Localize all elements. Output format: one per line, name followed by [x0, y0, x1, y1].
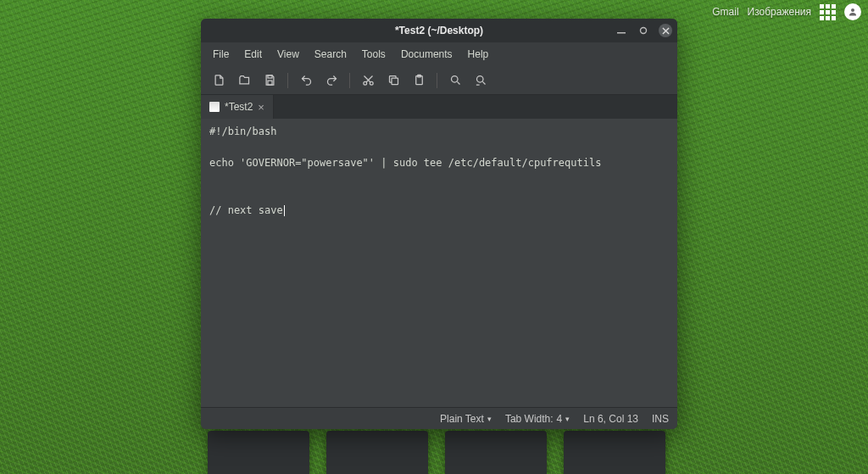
toolbar-separator	[287, 73, 288, 88]
cursor-position: Ln 6, Col 13	[583, 413, 638, 425]
dock-item[interactable]	[445, 431, 547, 474]
apps-grid-icon[interactable]	[820, 4, 836, 20]
svg-point-0	[851, 8, 854, 12]
dock-item[interactable]	[564, 431, 665, 474]
svg-rect-7	[392, 78, 398, 85]
tabwidth-selector[interactable]: Tab Width: 4 ▾	[505, 413, 570, 425]
toolbar-separator	[349, 73, 350, 88]
editor-window: *Test2 (~/Desktop) File Edit View Search…	[201, 19, 677, 429]
menubar: File Edit View Search Tools Documents He…	[201, 42, 677, 66]
minimize-button[interactable]	[615, 24, 628, 37]
dock	[208, 431, 665, 474]
open-file-button[interactable]	[233, 70, 255, 92]
svg-rect-1	[617, 32, 626, 34]
copy-button[interactable]	[382, 70, 404, 92]
titlebar[interactable]: *Test2 (~/Desktop)	[201, 19, 677, 42]
svg-point-10	[451, 76, 458, 83]
editor-content: #!/bin/bash echo 'GOVERNOR="powersave"' …	[209, 125, 601, 216]
svg-rect-3	[268, 75, 272, 78]
svg-point-2	[641, 28, 647, 34]
toolbar	[201, 66, 677, 95]
language-label: Plain Text	[440, 413, 484, 425]
svg-rect-4	[268, 81, 272, 85]
tab-close-icon[interactable]: ×	[258, 101, 264, 114]
find-button[interactable]	[444, 70, 466, 92]
insert-mode[interactable]: INS	[652, 413, 669, 425]
tabbar: *Test2 ×	[201, 95, 677, 119]
dock-item[interactable]	[208, 431, 309, 474]
tabwidth-value: 4	[557, 413, 563, 425]
find-replace-button[interactable]	[470, 70, 492, 92]
dock-item[interactable]	[326, 431, 428, 474]
language-selector[interactable]: Plain Text ▾	[440, 413, 492, 425]
menu-edit[interactable]: Edit	[237, 45, 269, 64]
save-button[interactable]	[259, 70, 281, 92]
menu-view[interactable]: View	[270, 45, 306, 64]
editor-area[interactable]: #!/bin/bash echo 'GOVERNOR="powersave"' …	[201, 119, 677, 407]
menu-search[interactable]: Search	[308, 45, 353, 64]
tab-label: *Test2	[225, 101, 253, 113]
menu-help[interactable]: Help	[461, 45, 496, 64]
desktop-topbar: Gmail Изображения	[712, 3, 861, 20]
document-tab[interactable]: *Test2 ×	[201, 95, 274, 119]
statusbar: Plain Text ▾ Tab Width: 4 ▾ Ln 6, Col 13…	[201, 407, 677, 429]
paste-button[interactable]	[408, 70, 430, 92]
insert-mode-label: INS	[652, 413, 669, 425]
text-cursor	[284, 205, 285, 216]
svg-point-11	[476, 76, 483, 83]
avatar[interactable]	[844, 3, 861, 20]
undo-button[interactable]	[295, 70, 317, 92]
window-controls	[615, 19, 672, 42]
toolbar-separator	[437, 73, 437, 88]
images-link[interactable]: Изображения	[748, 6, 811, 18]
window-title: *Test2 (~/Desktop)	[395, 25, 483, 36]
chevron-down-icon: ▾	[487, 415, 492, 423]
maximize-button[interactable]	[637, 24, 650, 37]
redo-button[interactable]	[320, 70, 342, 92]
menu-documents[interactable]: Documents	[394, 45, 459, 64]
new-file-button[interactable]	[208, 70, 230, 92]
tabwidth-label: Tab Width:	[505, 413, 554, 425]
menu-file[interactable]: File	[206, 45, 236, 64]
chevron-down-icon: ▾	[565, 415, 570, 423]
cut-button[interactable]	[357, 70, 379, 92]
gmail-link[interactable]: Gmail	[712, 6, 738, 18]
close-button[interactable]	[659, 24, 672, 37]
document-icon	[209, 102, 220, 112]
menu-tools[interactable]: Tools	[355, 45, 392, 64]
cursor-position-label: Ln 6, Col 13	[583, 413, 638, 425]
